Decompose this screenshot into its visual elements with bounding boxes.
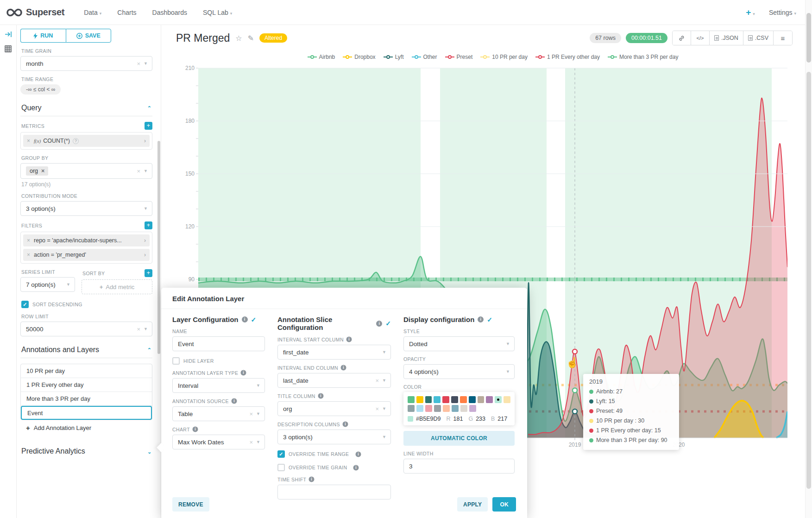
clear-icon[interactable]: × — [137, 60, 140, 67]
annotation-layer-type-select[interactable]: Interval ▼ — [172, 378, 265, 393]
legend-item[interactable]: 1 PR Every other day — [535, 54, 600, 60]
info-icon[interactable]: i — [355, 451, 361, 457]
run-button[interactable]: RUN — [20, 29, 66, 43]
color-swatch[interactable] — [434, 396, 441, 403]
legend-item[interactable]: More than 3 PR per day — [608, 54, 678, 60]
info-icon[interactable]: i — [376, 321, 382, 327]
add-filter-button[interactable]: + — [145, 221, 152, 229]
color-swatch[interactable] — [408, 396, 415, 403]
checkbox-unchecked-icon[interactable] — [277, 464, 285, 471]
edit-properties-icon[interactable]: ✎ — [248, 34, 254, 43]
info-icon[interactable]: i — [478, 316, 484, 322]
checkbox-checked-icon[interactable]: ✓ — [21, 301, 29, 308]
info-icon[interactable]: i — [309, 477, 315, 482]
remove-icon[interactable]: × — [27, 237, 30, 244]
line-width-input[interactable]: 3 — [403, 459, 515, 474]
color-swatch[interactable] — [416, 396, 423, 403]
view-query-button[interactable]: </> — [691, 31, 710, 45]
settings-menu[interactable]: Settings▾ — [769, 9, 796, 16]
add-metric-button[interactable]: + — [145, 122, 152, 130]
group-by-select[interactable]: org× ×▼ — [20, 163, 152, 179]
color-swatch[interactable] — [469, 396, 476, 403]
query-section-header[interactable]: Query⌃ — [21, 104, 151, 112]
chevron-right-icon[interactable]: › — [144, 252, 146, 258]
collapse-panel-icon[interactable] — [4, 31, 13, 39]
interval-end-select[interactable]: last_date ×▼ — [277, 373, 391, 388]
export-csv-button[interactable]: .CSV — [743, 31, 774, 45]
style-select[interactable]: Dotted ▼ — [403, 336, 515, 351]
color-swatch[interactable] — [504, 396, 510, 403]
color-swatch[interactable] — [495, 396, 502, 403]
info-icon[interactable]: i — [242, 316, 248, 322]
clear-icon[interactable]: × — [249, 439, 253, 446]
clear-icon[interactable]: × — [375, 377, 379, 384]
legend-item[interactable]: 10 PR per day — [480, 54, 528, 60]
legend-item[interactable]: Preset — [445, 54, 473, 60]
page-scrollbar[interactable] — [805, 0, 812, 518]
info-icon[interactable]: i — [353, 465, 359, 470]
color-swatch[interactable] — [478, 396, 485, 403]
clear-icon[interactable]: × — [249, 411, 253, 417]
color-swatch[interactable] — [443, 405, 450, 412]
info-icon[interactable]: i — [193, 427, 198, 432]
description-columns-select[interactable]: 3 option(s) ▼ — [277, 430, 391, 444]
remove-button[interactable]: REMOVE — [172, 497, 209, 512]
filter-chip[interactable]: ×action = 'pr_merged'› — [23, 249, 150, 261]
checkbox-unchecked-icon[interactable] — [172, 357, 180, 365]
info-icon[interactable]: i — [346, 337, 352, 342]
remove-icon[interactable]: × — [27, 138, 30, 144]
datasource-grid-icon[interactable] — [4, 45, 13, 54]
opacity-select[interactable]: 4 option(s) ▼ — [403, 364, 515, 379]
add-sort-metric-button[interactable]: + — [145, 269, 152, 277]
filter-chip[interactable]: ×repo = 'apache/incubator-supers...› — [23, 234, 150, 246]
nav-item-dashboards[interactable]: Dashboards — [152, 9, 188, 16]
remove-icon[interactable]: × — [41, 168, 44, 174]
annotation-layer-item[interactable]: More than 3 PR per day — [21, 392, 152, 406]
color-swatch[interactable] — [460, 405, 467, 412]
scrollbar-thumb[interactable] — [806, 13, 811, 63]
legend-item[interactable]: Airbnb — [308, 54, 335, 60]
info-icon[interactable]: i — [231, 398, 237, 404]
color-swatch[interactable] — [434, 405, 441, 412]
sort-descending-row[interactable]: ✓ SORT DESCENDING — [21, 301, 152, 308]
color-swatch[interactable] — [442, 396, 449, 403]
time-range-pill[interactable]: -∞ ≤ col < ∞ — [20, 84, 61, 95]
annotation-source-select[interactable]: Table ×▼ — [172, 406, 265, 421]
more-options-button[interactable]: ≡ — [774, 31, 792, 45]
share-link-button[interactable] — [673, 31, 691, 45]
clear-icon[interactable]: × — [375, 405, 379, 412]
scrollbar-thumb[interactable] — [806, 72, 811, 489]
legend-item[interactable]: Dropbox — [343, 54, 375, 60]
name-input[interactable]: Event — [172, 336, 265, 351]
checkbox-checked-icon[interactable]: ✓ — [277, 450, 285, 458]
annotation-layer-item[interactable]: Event — [21, 406, 152, 420]
nav-item-charts[interactable]: Charts — [117, 9, 136, 16]
color-swatch[interactable] — [416, 405, 423, 412]
nav-item-sql-lab[interactable]: SQL Lab▾ — [203, 9, 232, 16]
interval-start-select[interactable]: first_date ▼ — [277, 345, 391, 360]
annotation-layer-item[interactable]: 1 PR Every other day — [21, 378, 152, 392]
color-swatch[interactable] — [486, 396, 493, 403]
color-swatch[interactable] — [425, 396, 432, 403]
chevron-right-icon[interactable]: › — [144, 138, 146, 144]
save-button[interactable]: SAVE — [66, 29, 112, 43]
remove-icon[interactable]: × — [27, 252, 30, 258]
apply-button[interactable]: APPLY — [457, 497, 488, 512]
override-time-grain-row[interactable]: OVERRIDE TIME GRAINi — [277, 464, 391, 471]
info-icon[interactable]: i — [341, 365, 346, 371]
override-time-range-row[interactable]: ✓ OVERRIDE TIME RANGEi — [277, 450, 391, 458]
info-icon[interactable]: i — [241, 370, 246, 376]
nav-item-data[interactable]: Data▾ — [84, 9, 101, 16]
contribution-mode-select[interactable]: 3 option(s) ▼ — [20, 201, 152, 216]
info-icon[interactable]: i — [342, 422, 348, 427]
automatic-color-button[interactable]: AUTOMATIC COLOR — [403, 431, 515, 446]
chevron-right-icon[interactable]: › — [144, 237, 146, 244]
metric-chip[interactable]: × f(x) COUNT(*) ? › — [23, 135, 150, 147]
color-swatch[interactable] — [452, 405, 459, 412]
predictive-section-header[interactable]: Predictive Analytics⌃ — [21, 447, 151, 455]
chart-select[interactable]: Max Work Dates ×▼ — [172, 435, 265, 449]
favorite-star-icon[interactable]: ☆ — [235, 34, 242, 43]
altered-badge[interactable]: Altered — [259, 33, 287, 43]
color-swatch[interactable] — [460, 396, 467, 403]
annotation-layer-item[interactable]: 10 PR per day — [21, 364, 152, 378]
